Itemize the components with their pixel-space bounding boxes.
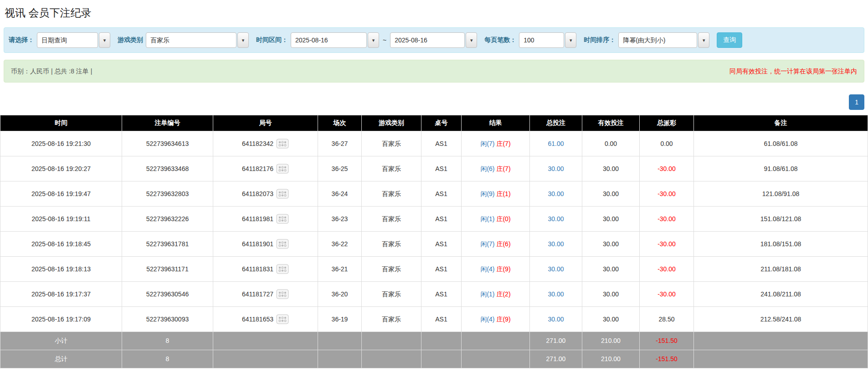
summary-valid-bet: 210.00 [582, 332, 640, 350]
cell-table-no: AS1 [421, 232, 462, 257]
cell-game-type: 百家乐 [362, 232, 421, 257]
date-to-select[interactable]: 2025-08-16 ▾ [390, 32, 477, 48]
result-player: 闲(9) [480, 190, 494, 197]
cell-session: 36-25 [318, 156, 362, 181]
table-row: 2025-08-16 19:18:45522739631781641181901… [0, 232, 868, 257]
round-id-text: 641181901 [242, 239, 273, 249]
summary-empty-cell [421, 332, 462, 350]
cell-result: 闲(6) 庄(7) [462, 156, 530, 181]
cell-remark: 241.08/211.08 [694, 282, 868, 307]
cell-time: 2025-08-16 19:19:47 [0, 181, 122, 207]
round-id-wrap: 641182073 [242, 189, 289, 199]
column-header: 总投注 [530, 115, 582, 131]
cell-bet-id: 522739631781 [122, 232, 213, 257]
cell-result: 闲(1) 庄(0) [462, 207, 530, 232]
cell-valid-bet: 30.00 [582, 156, 640, 181]
filter-bar: 请选择： 日期查询 ▾ 游戏类别 百家乐 ▾ 时间区间： 2025-08-16 … [4, 27, 864, 53]
cell-round-id: 641182176 [213, 156, 318, 181]
column-header: 游戏类别 [362, 115, 421, 131]
cell-remark: 212.58/241.08 [694, 307, 868, 332]
roadmap-icon[interactable] [276, 139, 289, 149]
cell-result: 闲(4) 庄(9) [462, 257, 530, 282]
cell-valid-bet: 30.00 [582, 207, 640, 232]
table-row: 2025-08-16 19:19:47522739632803641182073… [0, 181, 868, 207]
cell-table-no: AS1 [421, 282, 462, 307]
cell-payout: -30.00 [640, 181, 694, 207]
cell-result: 闲(1) 庄(2) [462, 282, 530, 307]
roadmap-icon[interactable] [276, 314, 289, 324]
total-bet-link[interactable]: 30.00 [548, 316, 564, 323]
game-type-label: 游戏类别 [118, 36, 143, 44]
column-header: 桌号 [421, 115, 462, 131]
round-id-text: 641182176 [242, 164, 273, 174]
round-id-wrap: 641181831 [242, 264, 289, 274]
total-bet-link[interactable]: 30.00 [548, 165, 564, 172]
table-row: 2025-08-16 19:17:37522739630546641181727… [0, 282, 868, 307]
result-banker: 庄(6) [496, 240, 510, 248]
chevron-down-icon[interactable]: ▾ [698, 32, 709, 48]
column-header: 时间 [0, 115, 122, 131]
game-type-select[interactable]: 百家乐 ▾ [146, 32, 249, 48]
roadmap-icon[interactable] [276, 264, 289, 274]
roadmap-icon[interactable] [276, 289, 289, 299]
summary-empty-cell [318, 332, 362, 350]
chevron-down-icon[interactable]: ▾ [565, 32, 576, 48]
cell-payout: -30.00 [640, 257, 694, 282]
cell-result: 闲(4) 庄(9) [462, 307, 530, 332]
cell-payout: -30.00 [640, 232, 694, 257]
chevron-down-icon[interactable]: ▾ [237, 32, 249, 48]
cell-time: 2025-08-16 19:21:30 [0, 131, 122, 156]
time-sort-select[interactable]: 降幂(由大到小) ▾ [618, 32, 709, 48]
cell-valid-bet: 0.00 [582, 131, 640, 156]
cell-remark: 211.08/181.08 [694, 257, 868, 282]
cell-total-bet: 30.00 [530, 232, 582, 257]
cell-payout: 28.50 [640, 307, 694, 332]
chevron-down-icon[interactable]: ▾ [368, 32, 379, 48]
summary-valid-bet: 210.00 [582, 350, 640, 368]
result-banker: 庄(9) [496, 316, 510, 323]
search-button[interactable]: 查询 [717, 32, 742, 48]
cell-result: 闲(7) 庄(6) [462, 232, 530, 257]
cell-bet-id: 522739631171 [122, 257, 213, 282]
cell-game-type: 百家乐 [362, 181, 421, 207]
column-header: 结果 [462, 115, 530, 131]
page-size-select[interactable]: 100 ▾ [519, 32, 576, 48]
date-to-value: 2025-08-16 [390, 32, 465, 48]
result-player: 闲(4) [480, 316, 494, 323]
roadmap-icon[interactable] [276, 164, 289, 174]
roadmap-icon[interactable] [276, 189, 289, 199]
query-type-value: 日期查询 [37, 32, 98, 48]
total-bet-link[interactable]: 30.00 [548, 290, 564, 298]
cell-total-bet: 30.00 [530, 207, 582, 232]
cell-round-id: 641181653 [213, 307, 318, 332]
roadmap-icon[interactable] [276, 214, 289, 224]
round-id-wrap: 641181653 [242, 314, 289, 324]
chevron-down-icon[interactable]: ▾ [466, 32, 477, 48]
table-header-row: 时间注单编号局号场次游戏类别桌号结果总投注有效投注总派彩备注 [0, 115, 868, 131]
cell-time: 2025-08-16 19:18:13 [0, 257, 122, 282]
column-header: 局号 [213, 115, 318, 131]
cell-session: 36-19 [318, 307, 362, 332]
cell-total-bet: 30.00 [530, 156, 582, 181]
total-bet-link[interactable]: 30.00 [548, 190, 564, 197]
cell-round-id: 641181831 [213, 257, 318, 282]
time-sort-value: 降幂(由大到小) [618, 32, 697, 48]
table-head: 时间注单编号局号场次游戏类别桌号结果总投注有效投注总派彩备注 [0, 115, 868, 131]
total-bet-link[interactable]: 30.00 [548, 265, 564, 273]
result-banker: 庄(7) [496, 140, 510, 147]
query-type-select[interactable]: 日期查询 ▾ [37, 32, 110, 48]
date-from-select[interactable]: 2025-08-16 ▾ [291, 32, 379, 48]
page-1-button[interactable]: 1 [849, 94, 864, 110]
summary-count: 8 [122, 350, 213, 368]
cell-time: 2025-08-16 19:17:09 [0, 307, 122, 332]
result-banker: 庄(0) [496, 215, 510, 223]
cell-session: 36-24 [318, 181, 362, 207]
chevron-down-icon[interactable]: ▾ [99, 32, 110, 48]
total-bet-link[interactable]: 61.00 [548, 140, 564, 147]
cell-game-type: 百家乐 [362, 156, 421, 181]
total-bet-link[interactable]: 30.00 [548, 215, 564, 223]
roadmap-icon[interactable] [276, 239, 289, 249]
summary-empty-cell [213, 332, 318, 350]
total-bet-link[interactable]: 30.00 [548, 240, 564, 248]
date-range-label: 时间区间： [256, 36, 288, 44]
